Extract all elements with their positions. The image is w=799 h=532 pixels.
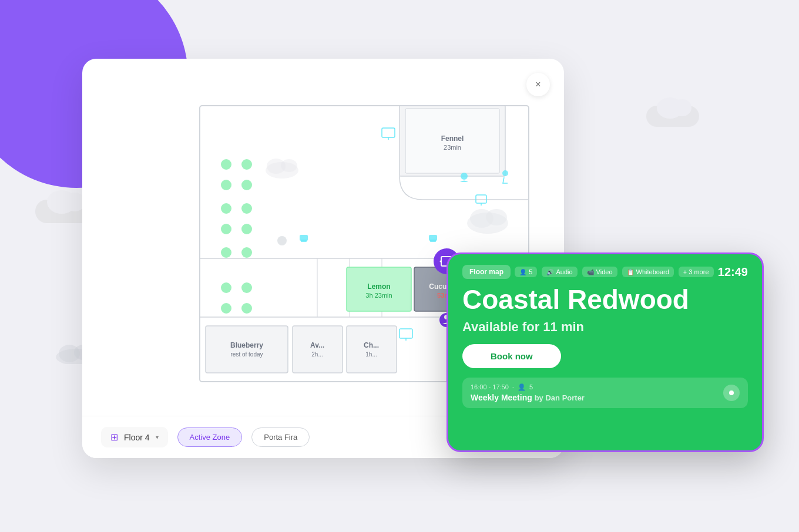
card-header: Floor map 👤 5 🔊 Audio 📹 Video 📋 Whiteboa… [462, 265, 748, 279]
floor-arrow: ▾ [156, 434, 159, 440]
svg-point-35 [440, 261, 442, 262]
svg-point-68 [281, 159, 297, 172]
card-time: 12:49 [718, 265, 748, 279]
svg-point-20 [241, 247, 252, 258]
svg-point-12 [241, 159, 252, 170]
svg-point-17 [221, 224, 231, 234]
svg-rect-59 [476, 195, 486, 203]
amenity-more: + 3 more [679, 267, 714, 277]
book-now-button[interactable]: Book now [462, 344, 561, 368]
floor-map-btn[interactable]: Floor map [462, 265, 511, 279]
svg-text:Av...: Av... [310, 341, 324, 349]
whiteboard-icon: 📋 [627, 269, 634, 275]
cloud-bg-3 [646, 106, 699, 127]
room-detail-card: Floor map 👤 5 🔊 Audio 📹 Video 📋 Whiteboa… [446, 252, 764, 452]
svg-text:Ch...: Ch... [364, 341, 379, 349]
amenity-video: 📹 Video [582, 267, 617, 277]
svg-rect-41 [293, 326, 343, 373]
svg-point-25 [277, 236, 287, 245]
video-icon: 📹 [587, 269, 594, 275]
svg-text:Blueberry: Blueberry [230, 341, 263, 349]
svg-point-24 [241, 303, 252, 314]
meeting-title: Weekly Meeting by Dan Porter [471, 393, 585, 402]
svg-text:Lemon: Lemon [367, 282, 390, 291]
svg-rect-53 [430, 240, 436, 242]
availability-text: Available for 11 min [462, 319, 748, 335]
svg-text:Fennel: Fennel [441, 134, 464, 143]
amenity-whiteboard: 📋 Whiteboard [622, 267, 674, 277]
audio-icon: 🔊 [546, 269, 553, 275]
svg-text:2h...: 2h... [311, 351, 323, 358]
zone-pill-active-zone[interactable]: Active Zone [177, 427, 243, 447]
svg-point-15 [221, 203, 231, 214]
attendee-icon: 👤 [518, 383, 526, 391]
amenity-capacity: 👤 5 [515, 267, 537, 277]
svg-point-22 [241, 282, 252, 293]
zone-pill-porta-fira[interactable]: Porta Fira [251, 427, 310, 447]
meeting-row: 16:00 - 17:50 · 👤 5 Weekly Meeting by Da… [462, 378, 748, 408]
floor-label: Floor 4 [124, 433, 150, 442]
svg-point-14 [241, 180, 252, 190]
card-amenities: 👤 5 🔊 Audio 📹 Video 📋 Whiteboard + 3 mor… [515, 267, 713, 277]
svg-point-23 [221, 303, 231, 314]
svg-point-13 [221, 180, 231, 190]
amenity-audio: 🔊 Audio [542, 267, 577, 277]
floor-icon: ⊞ [110, 432, 118, 443]
close-button[interactable]: × [526, 73, 550, 96]
meeting-dot [723, 385, 740, 401]
svg-point-19 [221, 247, 231, 258]
svg-point-11 [221, 159, 231, 170]
room-name: Coastal Redwood [462, 285, 748, 315]
svg-point-65 [486, 209, 507, 225]
meeting-dot-icon [729, 390, 734, 395]
svg-text:23min: 23min [444, 144, 461, 151]
svg-point-58 [461, 173, 468, 180]
svg-rect-56 [382, 128, 395, 137]
svg-rect-51 [301, 240, 307, 242]
floor-selector[interactable]: ⊞ Floor 4 ▾ [101, 427, 168, 447]
svg-point-21 [221, 282, 231, 293]
capacity-icon: 👤 [519, 269, 526, 275]
meeting-time: 16:00 - 17:50 · 👤 5 [471, 383, 585, 391]
svg-text:rest of today: rest of today [230, 351, 263, 358]
svg-text:3h 23min: 3h 23min [365, 292, 392, 299]
dot-separator: · [512, 383, 514, 390]
svg-point-18 [241, 224, 252, 234]
meeting-info: 16:00 - 17:50 · 👤 5 Weekly Meeting by Da… [471, 383, 585, 402]
svg-text:1h...: 1h... [365, 351, 377, 358]
svg-point-16 [241, 203, 252, 214]
svg-point-61 [502, 170, 508, 176]
svg-rect-38 [206, 326, 288, 373]
svg-rect-44 [347, 326, 397, 373]
svg-rect-54 [400, 329, 412, 338]
